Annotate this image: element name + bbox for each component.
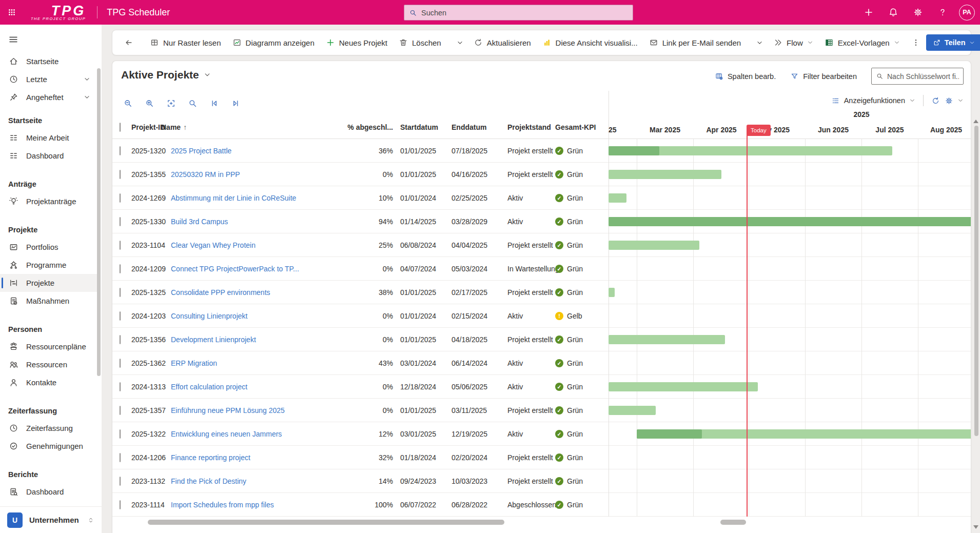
cell-project-name[interactable]: 2025 Project Battle xyxy=(171,147,231,155)
row-checkbox[interactable] xyxy=(120,406,121,414)
search-icon[interactable] xyxy=(188,98,198,108)
vertical-scrollbar[interactable] xyxy=(974,126,978,436)
command-excel-vorlagen[interactable]: Excel-Vorlagen xyxy=(819,33,906,52)
sidebar-item-dashboard[interactable]: Dashboard xyxy=(0,483,97,501)
sidebar-item-projektantrage[interactable]: Projektanträge xyxy=(0,192,97,210)
gantt-bar[interactable] xyxy=(609,406,656,415)
checkbox[interactable] xyxy=(120,335,121,344)
global-search-box[interactable] xyxy=(404,5,633,21)
checkbox[interactable] xyxy=(120,264,121,273)
command-diagramm-anzeigen[interactable]: Diagramm anzeigen xyxy=(227,33,320,52)
checkbox[interactable] xyxy=(120,241,121,250)
zoom-out-icon[interactable] xyxy=(123,98,133,108)
sidebar-item-angeheftet[interactable]: Angeheftet xyxy=(0,88,97,106)
user-avatar[interactable]: PA xyxy=(959,5,975,21)
scroll-up-arrow[interactable] xyxy=(973,120,978,123)
row-checkbox[interactable] xyxy=(120,218,121,226)
command-loschen[interactable]: Löschen xyxy=(393,33,447,52)
sidebar-item-projekte[interactable]: Projekte xyxy=(0,274,97,292)
gantt-bar[interactable] xyxy=(609,193,626,203)
help-button[interactable] xyxy=(932,0,953,25)
sidebar-item-portfolios[interactable]: Portfolios xyxy=(0,238,97,256)
checkbox[interactable] xyxy=(120,453,121,462)
column-header-startdatum[interactable]: Startdatum xyxy=(400,123,438,131)
checkbox[interactable] xyxy=(120,193,121,203)
checkbox[interactable] xyxy=(120,123,121,132)
scroll-down-arrow[interactable] xyxy=(973,525,978,529)
column-header-projektstand[interactable]: Projektstand xyxy=(507,123,551,131)
cell-project-name[interactable]: 20250320 RM in PPP xyxy=(171,170,240,179)
sidebar-item-massnahmen[interactable]: Maßnahmen xyxy=(0,292,97,310)
row-checkbox[interactable] xyxy=(120,288,121,297)
sidebar-item-kontakte[interactable]: Kontakte xyxy=(0,373,97,391)
checkbox[interactable] xyxy=(120,382,121,391)
sidebar-item-genehmigungen[interactable]: Genehmigungen xyxy=(0,437,97,455)
row-checkbox[interactable] xyxy=(120,383,121,391)
cell-project-name[interactable]: Find the Pick of Destiny xyxy=(171,477,246,485)
column-header-gesamt-kpi[interactable]: Gesamt-KPI xyxy=(555,123,596,131)
edit-filters-button[interactable]: Filter bearbeiten xyxy=(785,68,862,85)
gantt-bar[interactable] xyxy=(637,429,971,439)
sidebar-item-programme[interactable]: Programme xyxy=(0,256,97,274)
cell-project-name[interactable]: Clear Vegan Whey Protein xyxy=(171,241,256,249)
cell-project-name[interactable]: Einführung neue PPM Lösung 2025 xyxy=(171,406,285,414)
keyword-filter-input[interactable] xyxy=(887,72,959,81)
column-header-projekt-id[interactable]: Projekt-ID xyxy=(131,123,165,131)
checkbox[interactable] xyxy=(120,429,121,439)
sidebar-item-ressourcen[interactable]: Ressourcen xyxy=(0,356,97,373)
checkbox[interactable] xyxy=(120,477,121,486)
checkbox[interactable] xyxy=(120,311,121,321)
row-checkbox[interactable] xyxy=(120,194,121,202)
cell-project-name[interactable]: ERP Migration xyxy=(171,359,217,367)
column-header-abgeschl[interactable]: % abgeschl... xyxy=(346,123,393,131)
checkbox[interactable] xyxy=(120,170,121,179)
skip-to-start-icon[interactable] xyxy=(209,98,219,108)
row-checkbox[interactable] xyxy=(120,335,121,344)
cell-project-name[interactable]: Entwicklung eines neuen Jammers xyxy=(171,430,282,438)
checkbox[interactable] xyxy=(120,406,121,415)
row-checkbox[interactable] xyxy=(120,359,121,367)
more-commands-button[interactable] xyxy=(906,33,926,52)
fit-screen-icon[interactable] xyxy=(166,98,176,108)
gantt-bar[interactable] xyxy=(609,146,892,155)
checkbox[interactable] xyxy=(120,217,121,226)
row-checkbox[interactable] xyxy=(120,241,121,249)
cell-project-name[interactable]: Effort calculation project xyxy=(171,383,247,391)
checkbox[interactable] xyxy=(120,500,121,509)
gantt-horizontal-scrollbar[interactable] xyxy=(720,520,746,525)
sidebar-item-letzte[interactable]: Letzte xyxy=(0,70,97,88)
row-checkbox[interactable] xyxy=(120,477,121,485)
row-checkbox[interactable] xyxy=(120,170,121,179)
column-header-name[interactable]: Name↑ xyxy=(161,123,187,131)
command-flow[interactable]: Flow xyxy=(768,33,819,52)
share-button[interactable]: Teilen xyxy=(926,34,980,51)
gantt-bar[interactable] xyxy=(609,241,699,250)
gantt-bar[interactable] xyxy=(609,288,615,297)
cell-project-name[interactable]: Development Linienprojekt xyxy=(171,335,256,344)
command-diese-ansicht-visualisi[interactable]: Diese Ansicht visualisi... xyxy=(537,33,643,52)
zoom-in-icon[interactable] xyxy=(145,98,154,108)
checkbox[interactable] xyxy=(120,359,121,368)
sidebar-scrollbar[interactable] xyxy=(97,68,101,376)
row-checkbox[interactable] xyxy=(120,501,121,509)
sidebar-item-startseite[interactable]: Startseite xyxy=(0,52,97,70)
checkbox[interactable] xyxy=(120,146,121,155)
app-launcher-button[interactable] xyxy=(0,0,24,25)
sidebar-item-zeiterfassung[interactable]: Zeiterfassung xyxy=(0,419,97,437)
keyword-filter-box[interactable] xyxy=(871,68,964,85)
more-options-chevron[interactable] xyxy=(752,33,768,52)
cell-project-name[interactable]: Build 3rd Campus xyxy=(171,218,228,226)
grid-horizontal-scrollbar[interactable] xyxy=(148,520,504,525)
sidebar-item-ressourcenplane[interactable]: Ressourcenpläne xyxy=(0,338,97,356)
more-options-chevron[interactable] xyxy=(452,33,468,52)
cell-project-name[interactable]: Abstimmung mit der Linie in CoReSuite xyxy=(171,194,296,202)
command-link-per-e-mail-senden[interactable]: Link per E-Mail senden xyxy=(643,33,747,52)
global-search-input[interactable] xyxy=(421,9,628,17)
gantt-bar[interactable] xyxy=(609,335,725,344)
edit-columns-button[interactable]: Spalten bearb. xyxy=(710,68,781,85)
cell-project-name[interactable]: Finance reporting project xyxy=(171,453,250,462)
notifications-button[interactable] xyxy=(883,0,904,25)
row-checkbox[interactable] xyxy=(120,430,121,438)
view-selector[interactable]: Aktive Projekte xyxy=(121,69,211,81)
cell-project-name[interactable]: Consulting Linienprojekt xyxy=(171,312,247,320)
